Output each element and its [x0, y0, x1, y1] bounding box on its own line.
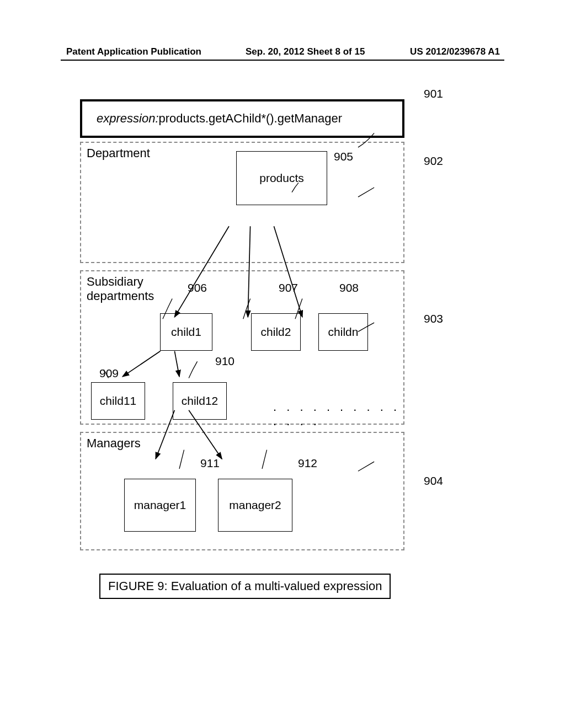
group-managers-label: Managers: [87, 436, 141, 451]
node-child12: child12: [173, 382, 227, 420]
node-manager1: manager1: [124, 479, 196, 532]
ellipsis: . . . . . . . . . . . . . .: [273, 400, 411, 429]
node-products-label: products: [259, 172, 304, 185]
node-childn: childn: [318, 313, 368, 351]
ref-905: 905: [334, 150, 353, 163]
node-child11: child11: [91, 382, 145, 420]
header-center: Sep. 20, 2012 Sheet 8 of 15: [201, 46, 410, 57]
header-left: Patent Application Publication: [66, 46, 201, 57]
ref-904: 904: [424, 474, 443, 488]
header-rule: [61, 60, 504, 61]
expression-box: expression: products.getAChild*().getMan…: [80, 99, 404, 138]
node-child12-label: child12: [182, 394, 218, 408]
ref-902: 902: [424, 154, 443, 168]
ref-903: 903: [424, 312, 443, 325]
ref-910: 910: [215, 355, 234, 368]
expression-label: expression:: [97, 111, 159, 126]
node-manager1-label: manager1: [134, 499, 186, 512]
ref-909: 909: [99, 367, 119, 380]
ref-908: 908: [339, 281, 359, 295]
ref-912: 912: [298, 457, 317, 470]
group-subsidiary-label: Subsidiary departments: [87, 275, 153, 303]
group-department-label: Department: [87, 146, 150, 160]
node-child2-label: child2: [261, 325, 291, 339]
ref-907: 907: [279, 281, 298, 295]
node-manager2: manager2: [218, 479, 292, 532]
node-child1: child1: [160, 313, 212, 351]
node-products: products: [236, 151, 327, 205]
figure-caption: FIGURE 9: Evaluation of a multi-valued e…: [99, 574, 391, 599]
node-manager2-label: manager2: [229, 499, 281, 512]
node-child11-label: child11: [100, 394, 137, 408]
node-childn-label: childn: [328, 325, 359, 339]
ref-911: 911: [200, 457, 220, 470]
expression-value: products.getAChild*().getManager: [159, 111, 343, 126]
ref-906: 906: [188, 281, 207, 295]
figure-9: expression: products.getAChild*().getMan…: [80, 99, 411, 607]
header-right: US 2012/0239678 A1: [410, 46, 500, 57]
node-child2: child2: [251, 313, 301, 351]
ref-901: 901: [424, 87, 443, 100]
node-child1-label: child1: [171, 325, 201, 339]
page-header: Patent Application Publication Sep. 20, …: [0, 46, 565, 57]
